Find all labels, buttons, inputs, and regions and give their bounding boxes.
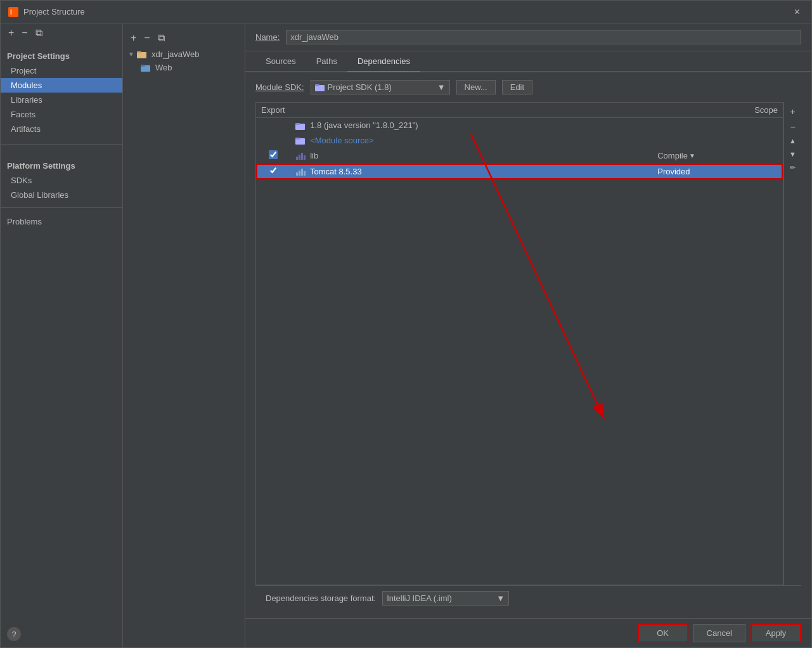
dep-icon-module-source [295, 136, 306, 145]
deps-area: Export Scope [255, 102, 801, 585]
svg-rect-18 [301, 169, 303, 176]
sidebar-item-facets[interactable]: Facets [1, 107, 122, 122]
dep-scope-tomcat: Provided [652, 164, 783, 179]
tree-item-web[interactable]: Web [123, 61, 245, 74]
tree-copy-button[interactable]: ⧉ [155, 32, 167, 44]
svg-text:I: I [10, 9, 12, 16]
svg-rect-11 [295, 138, 300, 139]
dep-add-button[interactable]: + [784, 105, 801, 119]
platform-settings-section: Platform Settings SDKs Global Libraries [1, 157, 122, 202]
module-tree: + − ⧉ ▼ xdr_javaWeb Web [123, 23, 245, 647]
dep-scope-lib[interactable]: Compile ▼ [652, 148, 783, 164]
dep-icon-lib [295, 152, 306, 160]
dep-label-jdk: 1.8 (java version "1.8.0_221") [290, 118, 653, 133]
title-bar: I Project Structure × [1, 1, 811, 23]
copy-button[interactable]: ⧉ [33, 27, 45, 39]
new-sdk-button[interactable]: New... [456, 80, 496, 94]
remove-button[interactable]: − [19, 27, 30, 39]
cancel-button[interactable]: Cancel [693, 624, 745, 642]
dep-checkbox-tomcat[interactable] [269, 166, 278, 175]
global-libraries-label: Global Libraries [11, 190, 68, 200]
scope-header: Scope [652, 103, 783, 118]
dep-name-header [290, 103, 653, 118]
sdk-folder-icon [315, 83, 325, 92]
dep-edit-button[interactable]: ✏ [784, 162, 801, 174]
dep-row-lib[interactable]: lib Compile ▼ [256, 148, 783, 164]
right-panel: Name: Sources Paths Dependencies Module … [245, 23, 811, 647]
dependencies-tab-content: Module SDK: Project SDK (1.8) ▼ New... E… [245, 72, 811, 618]
dep-export-jdk [256, 118, 290, 133]
tab-sources[interactable]: Sources [255, 51, 306, 72]
dep-row-jdk[interactable]: 1.8 (java version "1.8.0_221") [256, 118, 783, 133]
dep-icon-tomcat [295, 167, 306, 176]
sidebar-item-libraries[interactable]: Libraries [1, 93, 122, 107]
dep-export-tomcat [256, 164, 290, 179]
scope-dropdown-lib[interactable]: Compile ▼ [657, 151, 778, 160]
svg-rect-14 [301, 153, 303, 160]
dep-label-lib: lib [290, 148, 653, 164]
dep-row-tomcat[interactable]: Tomcat 8.5.33 Provided [256, 164, 783, 179]
dep-remove-button[interactable]: − [784, 120, 801, 134]
tabs-row: Sources Paths Dependencies [245, 51, 811, 72]
project-settings-label: Project Settings [1, 48, 122, 63]
tab-dependencies[interactable]: Dependencies [347, 51, 420, 72]
dep-down-button[interactable]: ▼ [784, 148, 801, 160]
sdk-select[interactable]: Project SDK (1.8) ▼ [311, 80, 450, 94]
project-label: Project [11, 66, 36, 75]
side-buttons: + − ▲ ▼ ✏ [783, 102, 801, 585]
svg-rect-9 [295, 123, 300, 125]
folder-icon-xdr [137, 50, 147, 59]
svg-rect-16 [296, 172, 298, 176]
scope-arrow-lib: ▼ [689, 152, 695, 159]
sidebar-item-global-libraries[interactable]: Global Libraries [1, 188, 122, 202]
tab-paths[interactable]: Paths [306, 51, 347, 72]
dep-icon-jdk [295, 122, 306, 131]
svg-rect-7 [315, 84, 319, 86]
module-tree-toolbar: + − ⧉ [123, 29, 245, 48]
sidebar-item-problems[interactable]: Problems [1, 213, 122, 230]
storage-dropdown-arrow: ▼ [496, 593, 505, 603]
dep-name-jdk: 1.8 (java version "1.8.0_221") [310, 120, 418, 130]
add-button[interactable]: + [6, 27, 16, 39]
sidebar-item-project[interactable]: Project [1, 63, 122, 78]
project-settings-section: Project Settings Project Modules Librari… [1, 42, 122, 139]
dep-name-module-source: <Module source> [310, 136, 373, 145]
dep-up-button[interactable]: ▲ [784, 135, 801, 147]
export-header: Export [256, 103, 290, 118]
edit-sdk-button[interactable]: Edit [502, 80, 532, 94]
dep-name-lib: lib [310, 151, 318, 160]
sidebar-item-sdks[interactable]: SDKs [1, 173, 122, 188]
sidebar-divider [1, 144, 122, 145]
ok-button[interactable]: OK [638, 624, 688, 642]
dialog-buttons: OK Cancel Apply [245, 618, 811, 647]
name-label: Name: [255, 32, 280, 42]
tree-item-label-web: Web [155, 63, 172, 72]
tree-add-button[interactable]: + [128, 32, 139, 44]
dep-row-module-source[interactable]: <Module source> [256, 133, 783, 148]
sidebar-toolbar: + − ⧉ [1, 23, 122, 42]
tree-remove-button[interactable]: − [141, 32, 152, 44]
sidebar-item-artifacts[interactable]: Artifacts [1, 122, 122, 136]
dep-export-lib [256, 148, 290, 164]
scope-value-tomcat: Provided [657, 167, 690, 176]
sdk-label: Module SDK: [255, 82, 304, 92]
problems-label: Problems [7, 217, 42, 226]
close-button[interactable]: × [790, 5, 804, 19]
facets-label: Facets [11, 110, 35, 119]
dep-checkbox-lib[interactable] [269, 150, 278, 159]
libraries-label: Libraries [11, 95, 42, 105]
modules-label: Modules [11, 81, 42, 90]
svg-rect-15 [304, 155, 306, 160]
help-button[interactable]: ? [7, 627, 21, 641]
name-input[interactable] [286, 30, 801, 44]
sidebar-item-modules[interactable]: Modules [1, 78, 122, 93]
tree-item-label-xdr: xdr_javaWeb [151, 49, 200, 59]
web-icon [141, 63, 151, 72]
scope-value-lib: Compile [657, 151, 688, 160]
tree-item-xdr-javaweb[interactable]: ▼ xdr_javaWeb [123, 48, 245, 61]
apply-button[interactable]: Apply [751, 624, 801, 642]
sdks-label: SDKs [11, 176, 32, 185]
storage-select[interactable]: IntelliJ IDEA (.iml) ▼ [382, 591, 509, 606]
storage-label: Dependencies storage format: [266, 593, 376, 603]
project-structure-dialog: I Project Structure × + − ⧉ Project Sett… [0, 0, 812, 648]
